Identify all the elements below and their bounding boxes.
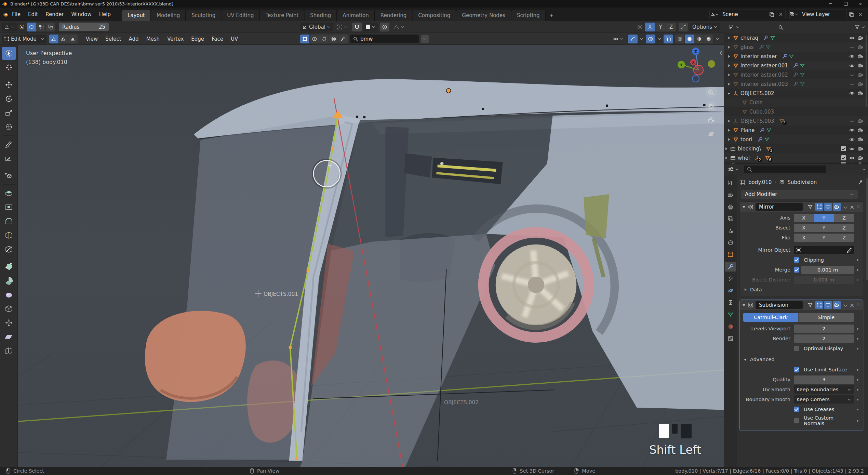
tab-constraints[interactable] [725, 298, 736, 307]
edge-select-mode[interactable] [59, 35, 68, 43]
menu-vertex[interactable]: Vertex [163, 34, 187, 44]
properties-search-input[interactable] [744, 166, 826, 173]
tab-world[interactable] [725, 238, 736, 248]
filter-fluid-toggle[interactable] [319, 35, 329, 43]
blender-logo-icon[interactable] [3, 12, 8, 17]
filter-world-toggle[interactable] [329, 35, 338, 43]
tool-poly-build[interactable] [2, 260, 16, 273]
outliner-filter-dropdown[interactable] [854, 24, 865, 30]
catmull-clark-button[interactable]: Catmull-Clark [743, 313, 799, 322]
tab-output[interactable] [725, 202, 736, 212]
tab-modeling[interactable]: Modeling [151, 10, 186, 21]
tool-bevel[interactable] [2, 215, 16, 228]
tool-rip-region[interactable] [2, 344, 16, 357]
maximize-button[interactable] [838, 0, 853, 8]
hide-eye-icon[interactable] [849, 35, 855, 41]
tool-annotate[interactable] [2, 138, 16, 151]
use-limit-surface-checkbox[interactable] [794, 367, 799, 372]
render-camera-icon[interactable] [858, 128, 863, 133]
outliner-item-interior-astaer-002[interactable]: interior astaer.002 [724, 70, 868, 79]
advanced-section-toggle[interactable]: Advanced [740, 355, 863, 363]
wireframe-shading[interactable] [675, 35, 685, 43]
view-layer-selector[interactable]: View Layer × [789, 10, 865, 19]
tool-shear[interactable] [2, 330, 16, 343]
tab-scripting[interactable]: Scripting [511, 10, 546, 21]
outliner-item-toori[interactable]: toori [724, 135, 868, 144]
tool-loop-cut[interactable] [2, 229, 16, 242]
hide-eye-icon[interactable] [849, 63, 855, 68]
breadcrumb-object[interactable]: body.010 [748, 179, 772, 185]
viewport-display-toggle[interactable] [824, 301, 832, 309]
tool-rotate[interactable] [2, 92, 16, 105]
tool-smooth[interactable] [2, 288, 16, 301]
gizmos-toggle[interactable] [628, 35, 638, 43]
active-tool-dropdown[interactable] [2, 23, 17, 31]
rendered-shading[interactable] [704, 35, 713, 43]
animate-dot[interactable] [854, 409, 861, 410]
select-mode-subtract[interactable] [46, 23, 55, 31]
tab-particles[interactable] [725, 274, 736, 283]
tab-texture[interactable] [725, 334, 736, 343]
render-levels-field[interactable]: 2 [794, 334, 854, 343]
flip-z-button[interactable]: Z [834, 234, 854, 242]
collection-checkbox[interactable] [841, 155, 846, 160]
data-section-toggle[interactable]: Data [740, 286, 863, 293]
gizmo-minus-z-axis[interactable] [692, 75, 699, 82]
render-camera-icon[interactable] [858, 44, 863, 50]
tool-measure[interactable] [2, 152, 16, 165]
viewport-search[interactable]: bmw [350, 35, 419, 43]
hide-eye-icon[interactable] [849, 118, 855, 124]
tool-shrink-fatten[interactable] [2, 316, 16, 329]
axis-x-button[interactable]: X [794, 214, 814, 222]
filter-sphere-toggle[interactable] [310, 35, 319, 43]
modifier-name-field[interactable]: Subdivision [756, 301, 803, 309]
proportional-editing-toggle[interactable] [380, 23, 389, 31]
render-camera-icon[interactable] [858, 91, 863, 96]
pin-icon[interactable] [858, 180, 863, 185]
drag-handle-icon[interactable]: ⠿ [857, 205, 860, 209]
hide-eye-icon[interactable] [849, 91, 855, 96]
delete-scene-button[interactable]: × [776, 10, 785, 19]
scene-selector[interactable]: Scene × [709, 10, 786, 19]
render-toggle[interactable] [833, 301, 841, 309]
bisect-y-button[interactable]: Y [814, 224, 834, 232]
properties-editor-type-dropdown[interactable] [726, 165, 741, 174]
scene-icon[interactable] [710, 10, 719, 19]
outliner-item-whel[interactable]: whel 2 6 [724, 153, 868, 162]
ortho-grid-button[interactable] [705, 129, 717, 140]
hide-eye-icon[interactable] [849, 44, 855, 50]
bisect-x-button[interactable]: X [794, 224, 814, 232]
merge-checkbox[interactable] [794, 267, 799, 273]
animate-dot[interactable] [854, 348, 861, 349]
show-hide-dropdown[interactable] [611, 35, 626, 43]
animate-dot[interactable] [854, 279, 861, 281]
tab-texture-paint[interactable]: Texture Paint [260, 10, 304, 21]
outliner-item-objects-003[interactable]: OBJECTS.003 2 [724, 116, 868, 126]
render-camera-icon[interactable] [858, 72, 863, 78]
animate-dot[interactable] [854, 389, 861, 391]
hide-eye-icon[interactable] [849, 137, 855, 142]
tab-rendering[interactable]: Rendering [375, 10, 413, 21]
view-layer-name[interactable]: View Layer [799, 11, 846, 17]
bisect-z-button[interactable]: Z [834, 224, 854, 232]
tool-extrude[interactable] [2, 187, 16, 200]
tool-edge-slide[interactable] [2, 302, 16, 315]
axis-z-button[interactable]: Z [834, 214, 854, 222]
mirror-z-toggle[interactable]: Z [666, 23, 677, 31]
mirror-y-toggle[interactable]: Y [655, 23, 666, 31]
simple-button[interactable]: Simple [799, 313, 854, 322]
orientation-dropdown[interactable]: Global [300, 23, 333, 31]
gizmo-minus-y-axis[interactable] [708, 60, 715, 68]
tool-cursor[interactable] [2, 61, 16, 74]
outliner-item-cube-003[interactable]: Cube.003 [724, 107, 868, 116]
menu-view[interactable]: View [82, 34, 102, 44]
animate-dot[interactable] [854, 259, 861, 261]
remove-view-layer-button[interactable]: × [856, 10, 865, 19]
menu-edge[interactable]: Edge [187, 34, 208, 44]
menu-face[interactable]: Face [208, 34, 227, 44]
tab-layout[interactable]: Layout [122, 10, 151, 21]
tab-compositing[interactable]: Compositing [413, 10, 456, 21]
tool-add-cube[interactable] [2, 169, 16, 182]
mode-dropdown[interactable]: Edit Mode [2, 35, 46, 43]
animate-dot[interactable] [854, 269, 861, 271]
